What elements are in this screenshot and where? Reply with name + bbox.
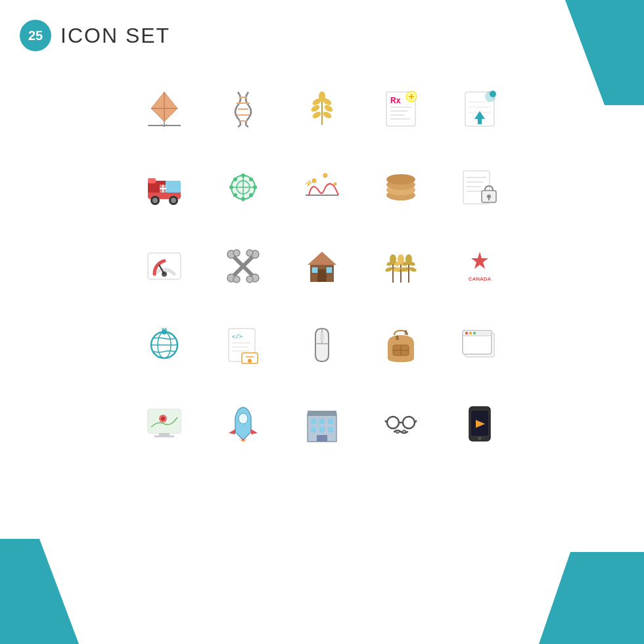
icon-crash	[286, 151, 358, 223]
svg-rect-89	[317, 269, 327, 282]
svg-rect-146	[311, 419, 316, 424]
svg-point-17	[319, 91, 325, 102]
icon-global-settings	[128, 309, 200, 381]
badge: 25	[20, 20, 51, 51]
svg-point-44	[171, 198, 176, 203]
icon-code-edit: </>	[207, 309, 279, 381]
svg-point-136	[473, 332, 476, 334]
svg-rect-152	[317, 435, 327, 442]
svg-text:CANADA: CANADA	[469, 276, 492, 282]
svg-point-42	[152, 198, 158, 203]
svg-rect-32	[478, 119, 482, 124]
icon-upload	[444, 72, 516, 145]
svg-point-34	[490, 91, 496, 97]
icon-plants	[365, 230, 437, 302]
svg-point-86	[233, 276, 240, 283]
page-title: ICON SET	[60, 24, 170, 48]
svg-point-160	[478, 437, 482, 440]
svg-point-61	[334, 183, 336, 185]
svg-point-109	[405, 254, 412, 264]
svg-text:$: $	[396, 334, 399, 341]
icon-map-monitor	[128, 388, 200, 460]
icon-building	[286, 388, 358, 460]
icon-locked-doc	[444, 151, 516, 223]
icon-cabin	[286, 230, 358, 302]
svg-text:Rx: Rx	[390, 96, 401, 105]
icon-prescription: Rx	[365, 72, 437, 145]
svg-text:$: $	[404, 329, 407, 336]
svg-rect-125	[320, 333, 324, 341]
icon-virus	[207, 151, 279, 223]
svg-rect-148	[328, 419, 333, 424]
svg-point-59	[312, 179, 316, 183]
icon-kite	[128, 72, 200, 145]
svg-rect-91	[326, 267, 333, 273]
svg-rect-90	[311, 267, 318, 273]
svg-point-56	[233, 193, 237, 197]
svg-rect-150	[319, 427, 325, 432]
svg-rect-151	[328, 427, 333, 432]
svg-text:</>: </>	[232, 333, 243, 340]
corner-decoration-top-right	[513, 0, 644, 105]
svg-point-13	[310, 104, 321, 113]
icon-mustache	[365, 388, 437, 460]
svg-point-53	[253, 185, 257, 189]
icon-dna	[207, 72, 279, 145]
svg-rect-149	[311, 427, 316, 432]
svg-point-153	[387, 417, 399, 428]
icon-potato	[365, 151, 437, 223]
svg-point-52	[229, 185, 233, 189]
svg-point-72	[487, 195, 491, 198]
svg-rect-45	[148, 178, 156, 183]
icon-canada: CANADA	[444, 230, 516, 302]
svg-point-84	[246, 250, 253, 256]
icon-window	[444, 309, 516, 381]
icon-money-bag: $ $	[365, 309, 437, 381]
svg-point-14	[323, 104, 334, 113]
svg-point-135	[469, 332, 472, 334]
svg-point-50	[241, 173, 245, 177]
svg-point-103	[398, 254, 404, 264]
icon-mouse	[286, 309, 358, 381]
svg-point-51	[241, 197, 245, 201]
icon-grid: Rx	[128, 72, 516, 460]
svg-point-154	[403, 417, 415, 428]
svg-rect-147	[319, 419, 325, 424]
svg-point-140	[161, 417, 165, 421]
icon-bones	[207, 230, 279, 302]
svg-point-12	[322, 110, 333, 120]
svg-point-106	[408, 266, 417, 273]
svg-point-122	[248, 359, 252, 363]
svg-point-81	[246, 276, 253, 283]
header: 25 ICON SET	[20, 20, 170, 51]
svg-point-143	[239, 413, 248, 424]
icon-speedometer	[128, 230, 200, 302]
svg-point-65	[386, 174, 415, 185]
svg-point-57	[249, 193, 253, 197]
icon-mobile-play	[444, 388, 516, 460]
svg-point-93	[384, 266, 393, 273]
svg-point-11	[311, 110, 322, 120]
svg-rect-145	[308, 411, 336, 416]
svg-point-134	[465, 332, 468, 334]
svg-rect-36	[166, 181, 181, 193]
svg-point-60	[323, 173, 327, 177]
corner-decoration-bottom-right	[539, 552, 644, 644]
svg-point-55	[249, 177, 253, 181]
corner-decoration-bottom-left	[0, 539, 131, 644]
svg-point-105	[400, 266, 409, 273]
svg-point-79	[233, 250, 240, 256]
icon-rocket	[207, 388, 279, 460]
svg-marker-87	[308, 252, 336, 265]
icon-ambulance	[128, 151, 200, 223]
icon-wheat	[286, 72, 358, 145]
svg-point-97	[390, 254, 396, 264]
svg-point-54	[233, 177, 237, 181]
svg-point-99	[392, 266, 401, 273]
